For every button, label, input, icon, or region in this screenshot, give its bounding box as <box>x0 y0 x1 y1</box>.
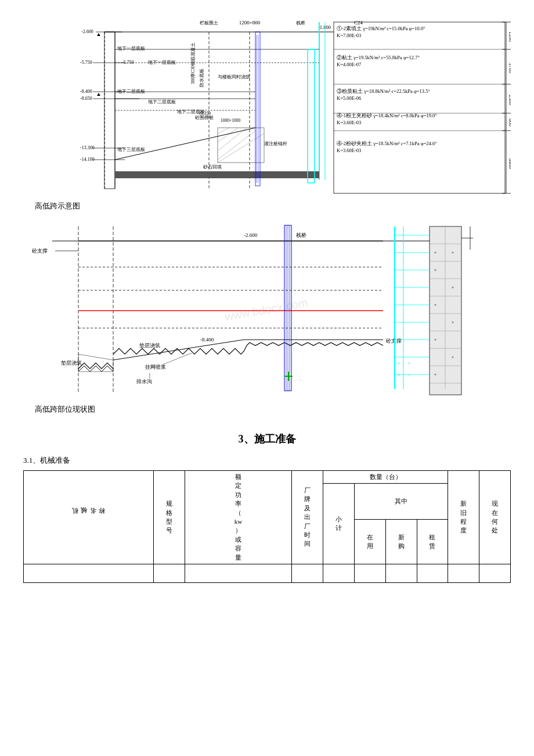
col-subgroup: 其中 <box>355 484 448 520</box>
svg-text:1200: 1200 <box>508 31 511 42</box>
cell-condition <box>448 564 479 582</box>
svg-point-134 <box>435 374 436 376</box>
svg-text:*: * <box>408 373 410 379</box>
col-factory: 厂牌及出厂时间 <box>292 471 323 564</box>
col-quantity-header: 数量（台） <box>323 471 448 484</box>
diagram2-section: www.bdocx.com 砼支撑 -2.600 栈桥 <box>23 221 511 415</box>
cell-total <box>323 564 355 582</box>
svg-point-127 <box>452 252 454 254</box>
svg-rect-115 <box>430 226 461 395</box>
svg-rect-0 <box>23 17 511 197</box>
cell-power <box>185 564 292 582</box>
svg-text:①-2素填土 γ=19kN/m²  c=15.0kPa φ=: ①-2素填土 γ=19kN/m² c=15.0kPa φ=10.0° <box>337 26 425 31</box>
svg-text:与楼板同时浇筑: 与楼板同时浇筑 <box>218 74 250 80</box>
svg-point-129 <box>452 287 454 289</box>
svg-point-126 <box>435 252 436 254</box>
cell-zuzu <box>417 564 448 582</box>
svg-text:④-1粉土夹粉砂 γ=18.4kN/m²  c=8.0kPa: ④-1粉土夹粉砂 γ=18.4kN/m² c=8.0kPa φ=19.0° <box>337 113 437 118</box>
svg-text:栈桥: 栈桥 <box>295 20 305 26</box>
svg-text:3700: 3700 <box>508 63 511 74</box>
svg-text:K=4.00E-07: K=4.00E-07 <box>337 62 361 67</box>
svg-text:砼支撑: 砼支撑 <box>31 248 48 254</box>
diagram2-container: www.bdocx.com 砼支撑 -2.600 栈桥 <box>23 221 511 401</box>
svg-text:地下二层底板: 地下二层底板 <box>147 99 176 105</box>
diagram1-container: 1200 3700 2500 800 8400 ①-2素填土 γ=19kN/m²… <box>23 17 511 197</box>
subsection-title: 3.1、机械准备 <box>23 455 511 466</box>
svg-rect-84 <box>115 171 319 178</box>
svg-point-128 <box>435 269 436 271</box>
svg-text:1200×800: 1200×800 <box>239 20 261 26</box>
svg-text:-5.750: -5.750 <box>80 60 92 65</box>
svg-text:-8.400: -8.400 <box>80 89 92 94</box>
machinery-table: 机械名称 规格型号 额定功率（kw）或容量 厂牌及出厂时间 数量（台） 新旧程度… <box>23 470 511 583</box>
section3-title: 3、施工准备 <box>23 432 511 446</box>
svg-text:-14.100: -14.100 <box>80 157 95 162</box>
cell-zaiyong <box>355 564 386 582</box>
svg-text:2500: 2500 <box>508 95 511 106</box>
cell-location <box>479 564 511 582</box>
svg-text:砂石回填: 砂石回填 <box>203 164 222 170</box>
diagram2-svg: www.bdocx.com 砼支撑 -2.600 栈桥 <box>23 221 511 398</box>
svg-text:1000×1000: 1000×1000 <box>221 118 240 123</box>
col-location: 现在何处 <box>479 471 511 564</box>
svg-text:③粉质粘土 γ=18.8kN/m²  c=22.5kPa φ: ③粉质粘土 γ=18.8kN/m² c=22.5kPa φ=13.5° <box>337 88 430 94</box>
svg-text:800: 800 <box>508 118 511 127</box>
svg-text:排水沟: 排水沟 <box>136 379 152 384</box>
cell-spec <box>153 564 185 582</box>
svg-text:②粘土 γ=19.5kN/m²  c=55.8kPa φ=1: ②粘土 γ=19.5kN/m² c=55.8kPa φ=12.7° <box>337 55 420 60</box>
page: 1200 3700 2500 800 8400 ①-2素填土 γ=19kN/m²… <box>0 0 534 756</box>
svg-point-131 <box>452 322 454 323</box>
svg-text:地下二层底板: 地下二层底板 <box>176 109 205 114</box>
svg-point-132 <box>435 339 436 341</box>
svg-point-133 <box>452 357 454 358</box>
svg-point-130 <box>435 304 436 306</box>
col-condition: 新旧程度 <box>448 471 479 564</box>
svg-text:④-2粉砂夹粉土 γ=18.5kN/m²  c=7.1kPa: ④-2粉砂夹粉土 γ=18.5kN/m² c=7.1kPa φ=24.6° <box>337 141 437 146</box>
svg-text:地下一层底板: 地下一层底板 <box>147 60 176 65</box>
svg-text:K=7.00E-03: K=7.00E-03 <box>337 33 361 38</box>
diagram1-section: 1200 3700 2500 800 8400 ①-2素填土 γ=19kN/m²… <box>23 17 511 211</box>
svg-text:栏板围土: 栏板围土 <box>199 20 218 26</box>
col-xinggou: 新购 <box>385 519 417 564</box>
diagram1-caption: 高低跨示意图 <box>35 201 511 211</box>
svg-text:8400: 8400 <box>508 159 511 170</box>
svg-text:K=3.60E-03: K=3.60E-03 <box>337 147 361 153</box>
svg-text:*: * <box>398 362 400 367</box>
svg-text:防水底板: 防水底板 <box>199 69 204 87</box>
cell-name <box>24 564 154 582</box>
svg-text:300厚C30钢筋混凝土: 300厚C30钢筋混凝土 <box>190 42 196 84</box>
table-header-row1: 机械名称 规格型号 额定功率（kw）或容量 厂牌及出厂时间 数量（台） 新旧程度… <box>24 471 511 484</box>
svg-text:-8.650: -8.650 <box>80 96 92 101</box>
svg-text:灌注桩锚杆: 灌注桩锚杆 <box>264 141 287 146</box>
svg-text:地下一层底板: 地下一层底板 <box>117 46 145 51</box>
svg-text:栈桥: 栈桥 <box>295 232 306 238</box>
cell-xinggou <box>385 564 417 582</box>
svg-text:-1.800: -1.800 <box>318 24 331 30</box>
svg-text:C24: C24 <box>354 20 363 26</box>
svg-text:-5.750: -5.750 <box>122 60 134 65</box>
col-power: 额定功率（kw）或容量 <box>185 471 292 564</box>
svg-text:K=5.00E-06: K=5.00E-06 <box>337 95 361 101</box>
svg-text:-8.400: -8.400 <box>200 337 214 343</box>
diagram1-svg: 1200 3700 2500 800 8400 ①-2素填土 γ=19kN/m²… <box>23 17 511 197</box>
svg-text:*: * <box>408 362 410 367</box>
col-spec: 规格型号 <box>153 471 185 564</box>
svg-text:挂网喷浆: 挂网喷浆 <box>145 364 166 370</box>
svg-text:-2.600: -2.600 <box>81 29 93 34</box>
svg-text:K=3.60E-03: K=3.60E-03 <box>337 120 361 125</box>
svg-text:-13.300: -13.300 <box>80 145 95 150</box>
col-machinery-name: 机械名称 <box>24 471 154 564</box>
svg-text:-2.600: -2.600 <box>244 232 258 238</box>
diagram2-caption: 高低跨部位现状图 <box>35 404 511 415</box>
col-zaiyong: 在用 <box>355 519 386 564</box>
svg-text:垫层浇筑: 垫层浇筑 <box>139 343 160 348</box>
col-zuzu: 租赁 <box>417 519 448 564</box>
svg-text:*: * <box>398 373 400 379</box>
svg-text:砼支撑: 砼支撑 <box>385 338 402 344</box>
cell-factory <box>292 564 323 582</box>
table-row <box>24 564 511 582</box>
svg-text:地下二层底板: 地下二层底板 <box>117 89 145 94</box>
col-total: 小计 <box>323 484 355 564</box>
svg-text:地下三层底板: 地下三层底板 <box>117 147 145 152</box>
svg-text:垫层浇筑: 垫层浇筑 <box>61 360 82 366</box>
